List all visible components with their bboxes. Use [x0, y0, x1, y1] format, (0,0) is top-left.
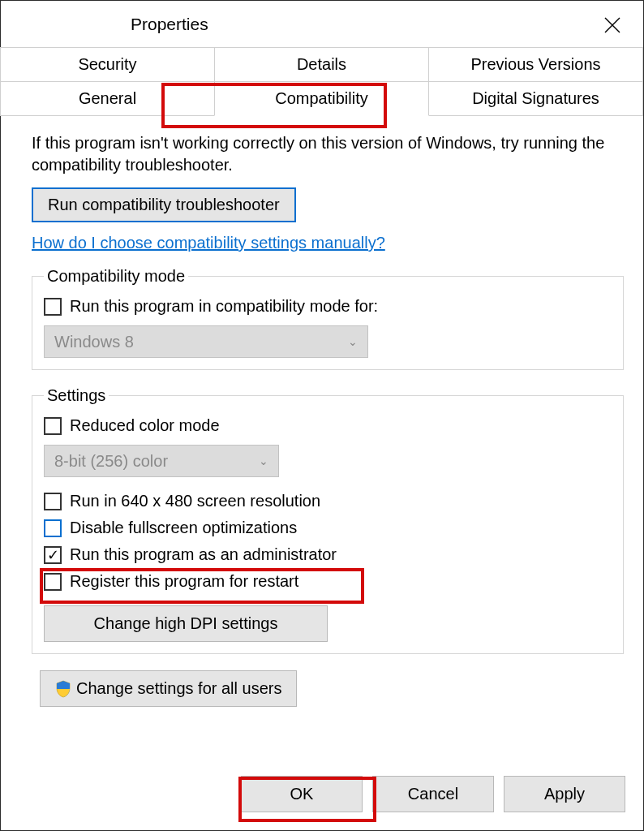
run-640x480-checkbox[interactable]	[44, 493, 62, 510]
tab-compatibility[interactable]: Compatibility	[214, 81, 429, 116]
disable-fullscreen-label: Disable fullscreen optimizations	[70, 519, 297, 537]
chevron-down-icon: ⌄	[259, 454, 268, 467]
close-button[interactable]	[596, 9, 629, 41]
color-depth-combo-value: 8-bit (256) color	[54, 452, 168, 471]
run-troubleshooter-button[interactable]: Run compatibility troubleshooter	[32, 187, 296, 222]
shield-icon	[55, 680, 71, 698]
register-restart-checkbox[interactable]	[44, 573, 62, 591]
settings-legend: Settings	[44, 386, 109, 405]
chevron-down-icon: ⌄	[348, 335, 358, 348]
ok-button[interactable]: OK	[241, 776, 363, 812]
cancel-button[interactable]: Cancel	[372, 776, 494, 812]
reduced-color-label: Reduced color mode	[70, 416, 220, 435]
dialog-button-bar: OK Cancel Apply	[1, 766, 643, 830]
compat-mode-label: Run this program in compatibility mode f…	[70, 297, 378, 316]
change-settings-all-users-button[interactable]: Change settings for all users	[40, 670, 297, 707]
tab-details[interactable]: Details	[214, 47, 429, 82]
run-as-admin-checkbox[interactable]	[44, 546, 62, 564]
compat-mode-checkbox[interactable]	[44, 298, 62, 316]
color-depth-combo[interactable]: 8-bit (256) color ⌄	[44, 445, 279, 477]
apply-button[interactable]: Apply	[504, 776, 625, 812]
settings-group: Settings Reduced color mode 8-bit (256) …	[32, 386, 624, 654]
compatibility-mode-legend: Compatibility mode	[44, 267, 188, 286]
compat-mode-combo[interactable]: Windows 8 ⌄	[44, 325, 368, 358]
run-640x480-label: Run in 640 x 480 screen resolution	[70, 492, 320, 510]
window-title: Properties	[131, 15, 208, 34]
tab-security[interactable]: Security	[0, 47, 215, 82]
compatibility-mode-group: Compatibility mode Run this program in c…	[32, 267, 624, 370]
close-icon	[603, 16, 621, 34]
run-as-admin-label: Run this program as an administrator	[70, 545, 337, 564]
tab-digital-signatures[interactable]: Digital Signatures	[428, 81, 643, 116]
properties-dialog: Properties Security Details Previous Ver…	[0, 0, 644, 831]
tab-previous-versions[interactable]: Previous Versions	[428, 47, 643, 82]
compat-mode-combo-value: Windows 8	[54, 333, 134, 351]
manual-settings-link[interactable]: How do I choose compatibility settings m…	[32, 234, 385, 252]
change-settings-all-users-label: Change settings for all users	[76, 679, 281, 698]
tab-strip: Security Details Previous Versions Gener…	[1, 48, 643, 116]
intro-text: If this program isn't working correctly …	[32, 132, 624, 176]
register-restart-label: Register this program for restart	[70, 572, 298, 591]
titlebar: Properties	[1, 1, 643, 48]
tab-general[interactable]: General	[0, 81, 215, 116]
change-dpi-settings-button[interactable]: Change high DPI settings	[44, 605, 328, 642]
reduced-color-checkbox[interactable]	[44, 417, 62, 435]
disable-fullscreen-checkbox[interactable]	[44, 519, 62, 537]
compatibility-pane: If this program isn't working correctly …	[1, 115, 643, 766]
